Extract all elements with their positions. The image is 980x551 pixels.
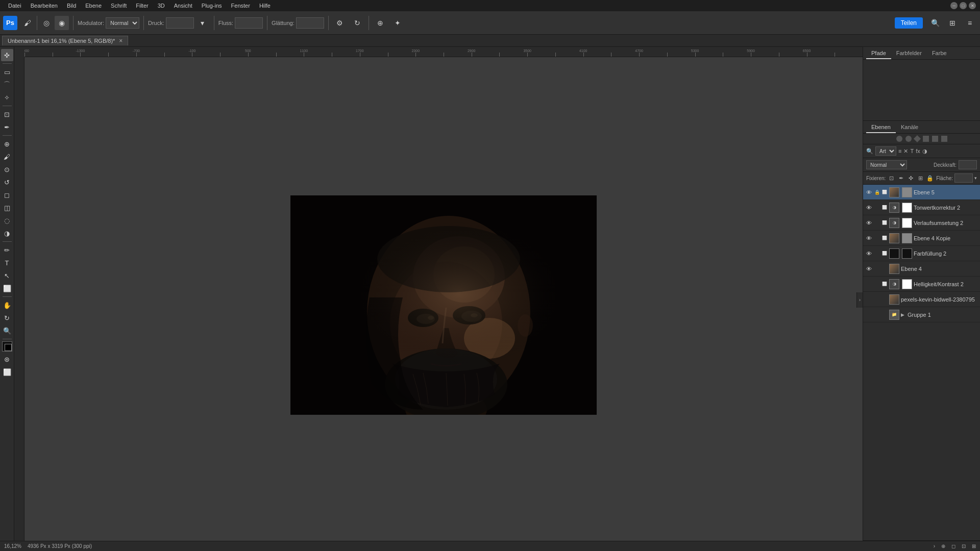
symmetry-btn[interactable]: ⊕	[373, 16, 387, 30]
lock-move-btn[interactable]: ✜	[906, 174, 915, 182]
zoom-tool[interactable]: 🔍	[1, 324, 13, 337]
layers-search-text-btn[interactable]: T	[910, 148, 914, 154]
layer-vis-2[interactable]: 👁	[865, 219, 872, 227]
layer-vis-6[interactable]	[865, 281, 872, 288]
close-button[interactable]: ✕	[969, 2, 976, 9]
search-btn[interactable]: 🔍	[928, 16, 942, 30]
lock-pixels-btn[interactable]: ⊡	[887, 174, 895, 182]
settings-btn[interactable]: ⚙	[333, 16, 347, 30]
screen-mode-btn[interactable]: ⬜	[1, 366, 13, 378]
fill-dropdown-btn[interactable]: ▾	[974, 176, 977, 181]
document-tab-active[interactable]: Unbenannt-1 bei 16,1% (Ebene 5, RGB/8)* …	[2, 36, 128, 45]
layer-item-6[interactable]: ⬜◑Helligkeit/Kontrast 2	[863, 277, 980, 292]
gradient-tool[interactable]: ◫	[1, 202, 13, 214]
statusbar-btn3[interactable]: ◻	[951, 543, 955, 549]
brush-tool[interactable]: 🖌	[1, 151, 13, 163]
move-tool[interactable]: ✜	[1, 49, 13, 61]
layer-item-0[interactable]: 👁🔒⬜Ebene 5	[863, 185, 980, 200]
statusbar-btn2[interactable]: ⊕	[941, 543, 945, 549]
tool-option-3[interactable]: ◉	[55, 16, 69, 30]
menu-item-bild[interactable]: Bild	[63, 2, 80, 10]
lock-artboard-btn[interactable]: ⊞	[916, 174, 924, 182]
druck-input[interactable]: 35%	[166, 17, 194, 29]
tab-farbe[interactable]: Farbe	[927, 48, 952, 59]
layer-item-7[interactable]: pexels-kevin-bidwell-2380795	[863, 292, 980, 307]
layers-search-clear-btn[interactable]: ✕	[903, 148, 908, 155]
menu-item-bearbeiten[interactable]: Bearbeiten	[27, 2, 62, 10]
layer-item-1[interactable]: 👁⬜◑Tonwertkorrektur 2	[863, 200, 980, 215]
menu-item-ebene[interactable]: Ebene	[81, 2, 106, 10]
layer-vis-7[interactable]	[865, 296, 872, 303]
rotate-btn[interactable]: ↻	[350, 16, 364, 30]
brush-mode-select[interactable]: Normal	[106, 17, 139, 29]
layers-tab-kanale[interactable]: Kanäle	[896, 122, 923, 133]
dodge-tool[interactable]: ◑	[1, 227, 13, 239]
layer-vis-1[interactable]: 👁	[865, 204, 872, 211]
crop-tool[interactable]: ⊡	[1, 108, 13, 120]
statusbar-btn4[interactable]: ⊡	[962, 543, 966, 549]
menu-item-plug-ins[interactable]: Plug-ins	[198, 2, 226, 10]
menu-item-hilfe[interactable]: Hilfe	[255, 2, 275, 10]
arrange-btn[interactable]: ⊞	[945, 16, 960, 30]
menu-item-filter[interactable]: Filter	[132, 2, 152, 10]
lock-all-btn[interactable]: 🔒	[926, 174, 934, 182]
extra-btn[interactable]: ✦	[390, 16, 405, 30]
minimize-button[interactable]: ─	[950, 2, 958, 9]
layer-filter-square-btn[interactable]	[923, 136, 929, 142]
teilen-button[interactable]: Teilen	[895, 17, 923, 29]
menu-item-ansicht[interactable]: Ansicht	[170, 2, 197, 10]
quick-mask-btn[interactable]: ⊛	[1, 353, 13, 365]
quick-mask-tool[interactable]: ⊛	[1, 353, 13, 365]
layers-blend-mode-select[interactable]: Normal	[866, 160, 907, 169]
foreground-color[interactable]	[2, 341, 12, 352]
opacity-input[interactable]: 60%	[959, 160, 977, 169]
eraser-tool[interactable]: ◻	[1, 189, 13, 201]
layer-vis-8[interactable]	[865, 311, 872, 318]
background-color[interactable]	[5, 344, 12, 351]
layer-vis-0[interactable]: 👁	[865, 189, 872, 196]
layer-item-3[interactable]: 👁⬜Ebene 4 Kopie	[863, 231, 980, 246]
statusbar-btn5[interactable]: ⊞	[972, 543, 976, 549]
layer-item-8[interactable]: 📁▶Gruppe 1	[863, 307, 980, 322]
lasso-tool[interactable]: ⌒	[1, 79, 13, 91]
layer-item-5[interactable]: 👁Ebene 4	[863, 261, 980, 277]
layer-filter-btn2[interactable]	[932, 136, 938, 142]
select-rect-tool[interactable]: ▭	[1, 66, 13, 78]
layer-filter-btn3[interactable]	[941, 136, 947, 142]
canvas-area[interactable]: -2000-1300-700-1005001100170023002900350…	[14, 47, 863, 551]
tab-pfade[interactable]: Pfade	[866, 48, 891, 59]
layer-vis-5[interactable]: 👁	[865, 265, 872, 272]
fill-input[interactable]: 100%	[954, 173, 973, 183]
workspace-btn[interactable]: ≡	[963, 16, 977, 30]
tool-option-2[interactable]: ◎	[39, 16, 54, 30]
menu-item-3d[interactable]: 3D	[154, 2, 169, 10]
menu-item-datei[interactable]: Datei	[4, 2, 26, 10]
text-tool[interactable]: T	[1, 257, 13, 269]
blur-tool[interactable]: ◌	[1, 214, 13, 227]
path-select-tool[interactable]: ↖	[1, 269, 13, 282]
clone-tool[interactable]: ⊙	[1, 163, 13, 176]
maximize-button[interactable]: □	[960, 2, 967, 9]
heal-tool[interactable]: ⊕	[1, 138, 13, 150]
layer-filter-diamond-btn[interactable]	[913, 135, 920, 142]
menu-item-fenster[interactable]: Fenster	[227, 2, 254, 10]
druck-option-btn[interactable]: ▾	[195, 16, 210, 30]
layer-filter-circle-btn[interactable]	[896, 136, 902, 142]
document-close-btn[interactable]: ×	[119, 37, 122, 44]
shape-tool[interactable]: ⬜	[1, 282, 13, 294]
hand-tool[interactable]: ✋	[1, 299, 13, 311]
layers-search-fx-btn[interactable]: fx	[916, 148, 920, 154]
tab-farbfelder[interactable]: Farbfelder	[891, 48, 927, 59]
magic-wand-tool[interactable]: ✧	[1, 91, 13, 104]
layer-group-arrow-8[interactable]: ▶	[901, 312, 906, 317]
layer-item-4[interactable]: 👁⬜Farbfüllung 2	[863, 246, 980, 261]
pen-tool[interactable]: ✏	[1, 244, 13, 256]
layer-vis-3[interactable]: 👁	[865, 235, 872, 242]
layers-search-adj-btn[interactable]: ◑	[922, 148, 927, 155]
layers-search-filter-btn[interactable]: ≡	[898, 148, 901, 154]
rotate-view-tool[interactable]: ↻	[1, 312, 13, 324]
layer-filter-circle2-btn[interactable]	[905, 136, 912, 142]
glattung-input[interactable]: 10%	[296, 17, 324, 29]
brush-tool-option[interactable]: 🖌	[20, 16, 35, 30]
lock-brush-btn[interactable]: ✒	[897, 174, 905, 182]
